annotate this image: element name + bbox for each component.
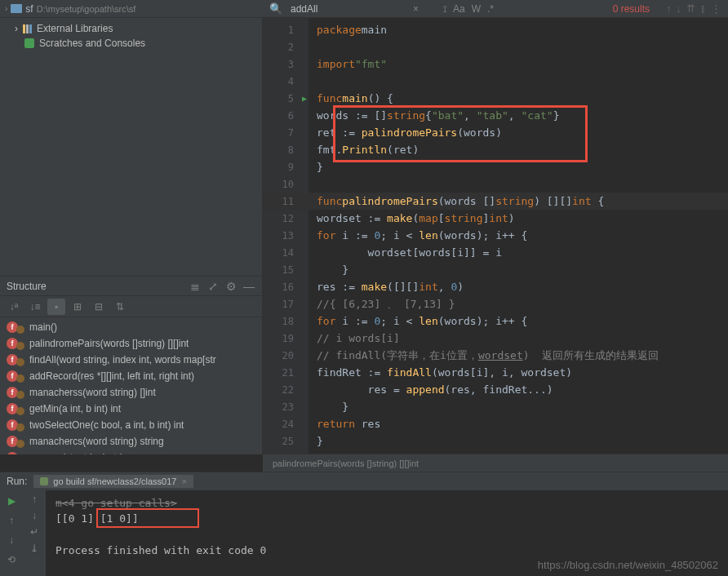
structure-panel: Structure ≣ ⤢ ⚙ — ↓ª ↓≡ ▪ ⊞ ⊟ ⇅ fmain() …: [0, 276, 263, 454]
stop-icon[interactable]: ↑: [4, 513, 19, 528]
structure-item[interactable]: fmanachercs(word string) string: [0, 433, 262, 450]
folder-icon: [11, 4, 22, 13]
lock-icon: [16, 423, 24, 432]
lock-icon: [16, 407, 24, 415]
highlight-annotation: [333, 105, 588, 162]
lock-icon: [16, 342, 24, 350]
project-path: D:\mysetup\gopath\src\sf: [37, 4, 136, 14]
next-match-icon[interactable]: ↓: [677, 2, 682, 15]
hide-icon[interactable]: —: [242, 280, 255, 293]
run-tab[interactable]: go build sf/newclass2/class017 ×: [33, 475, 193, 488]
structure-item[interactable]: fpalindromePairs(words []string) [][]int: [0, 335, 262, 352]
tree-item-scratches[interactable]: Scratches and Consoles: [0, 36, 262, 51]
print-icon[interactable]: ≡: [4, 572, 19, 576]
soft-wrap-icon[interactable]: ↵: [30, 526, 38, 538]
gutter[interactable]: 1234 5▶ 678910 11 12131415 16171819 2021…: [263, 18, 309, 454]
search-icon[interactable]: 🔍: [269, 2, 282, 15]
expand-all-icon[interactable]: ⊞: [69, 299, 87, 315]
structure-item[interactable]: fmain(): [0, 319, 262, 335]
expand-icon[interactable]: ⤢: [206, 280, 220, 293]
chevron-right-icon: ›: [5, 4, 7, 13]
editor-status: palindromePairs(words []string) [][]int: [263, 454, 728, 472]
lock-icon: [16, 440, 24, 448]
fields-icon[interactable]: ▪: [47, 299, 65, 315]
autoscroll-icon[interactable]: ⇅: [111, 299, 129, 315]
run-toolbar: ▶ ↑ ↓ ⟲ ≡: [0, 490, 23, 576]
run-label: Run:: [7, 476, 27, 487]
gear-icon[interactable]: ⚙: [224, 280, 237, 293]
setup-line: m<4 go setup calls>: [55, 497, 718, 509]
run-gutter-icon[interactable]: ▶: [302, 94, 307, 103]
words-toggle[interactable]: W: [472, 3, 481, 15]
lock-icon: [16, 374, 24, 383]
exit-line: Process finished with exit code 0: [55, 544, 718, 556]
select-all-icon[interactable]: ⇈: [686, 2, 695, 15]
function-icon: f: [7, 452, 18, 454]
lock-icon: [16, 358, 24, 366]
structure-toolbar: ↓ª ↓≡ ▪ ⊞ ⊟ ⇅: [0, 296, 262, 317]
project-tree[interactable]: › External Libraries Scratches and Conso…: [0, 18, 262, 54]
lock-icon: [16, 391, 24, 399]
wrap-icon[interactable]: ⟲: [4, 552, 19, 567]
search-results-count: 0 results: [613, 3, 650, 15]
structure-item[interactable]: fmanacherss(word string) []int: [0, 384, 262, 401]
scroll-icon[interactable]: ⤓: [30, 543, 38, 554]
lock-icon: [16, 326, 24, 334]
regex-toggle[interactable]: .*: [487, 3, 494, 15]
code-editor[interactable]: 1234 5▶ 678910 11 12131415 16171819 2021…: [263, 18, 728, 454]
scratch-icon: [24, 38, 34, 48]
structure-item[interactable]: ftwoSelectOne(c bool, a int, b int) int: [0, 417, 262, 433]
structure-header: Structure ≣ ⤢ ⚙ —: [0, 277, 262, 296]
structure-item[interactable]: fgetMin(a int, b int) int: [0, 401, 262, 417]
clear-icon[interactable]: ×: [413, 3, 419, 15]
sort-vis-icon[interactable]: ↓≡: [26, 299, 44, 315]
collapse-icon[interactable]: ≣: [189, 280, 202, 293]
rerun-icon[interactable]: ▶: [4, 494, 19, 508]
run-header: Run: go build sf/newclass2/class017 ×: [0, 472, 728, 490]
filter-icon[interactable]: ⫿: [700, 2, 706, 15]
library-icon: [23, 24, 32, 33]
structure-item[interactable]: freverse(str string) string: [0, 450, 262, 454]
structure-item[interactable]: faddRecord(res *[][]int, left int, right…: [0, 368, 262, 384]
structure-title: Structure: [7, 281, 184, 292]
prev-match-icon[interactable]: ↑: [666, 2, 672, 15]
tree-label: External Libraries: [37, 23, 113, 34]
structure-list[interactable]: fmain() fpalindromePairs(words []string)…: [0, 317, 262, 454]
tree-item-libraries[interactable]: › External Libraries: [0, 21, 262, 36]
code-area[interactable]: package main import "fmt" func main() { …: [309, 18, 728, 454]
tree-label: Scratches and Consoles: [39, 38, 145, 49]
search-bar: 🔍 addAll × ⟟ Aa W .* 0 results ↑ ↓ ⇈ ⫿ ⋮: [263, 0, 728, 18]
structure-item[interactable]: ffindAll(word string, index int, words m…: [0, 352, 262, 368]
close-icon[interactable]: ×: [181, 476, 186, 486]
down-icon[interactable]: ↓: [4, 533, 19, 547]
search-input[interactable]: addAll: [291, 3, 405, 15]
more-icon[interactable]: ⋮: [711, 2, 721, 15]
project-name: sf: [25, 3, 33, 15]
context-path: palindromePairs(words []string) [][]int: [273, 459, 419, 468]
collapse-all-icon[interactable]: ⊟: [90, 299, 108, 315]
match-case-toggle[interactable]: Aa: [453, 3, 465, 15]
watermark: https://blog.csdn.net/weixin_48502062: [538, 559, 718, 571]
go-icon: [40, 477, 48, 485]
highlight-annotation: [96, 508, 199, 528]
down-arrow-icon[interactable]: ↓: [32, 510, 37, 521]
up-arrow-icon[interactable]: ↑: [32, 494, 37, 505]
pin-icon[interactable]: ⟟: [443, 3, 446, 15]
sort-icon[interactable]: ↓ª: [5, 299, 23, 315]
chevron-right-icon: ›: [15, 23, 18, 34]
